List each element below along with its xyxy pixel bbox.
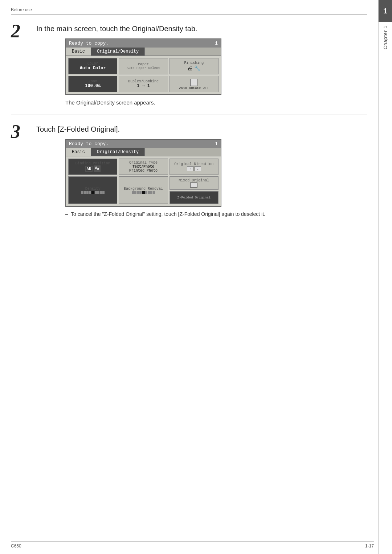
bds9	[153, 191, 155, 194]
binding-icons: AB AB	[85, 165, 101, 172]
footer-left: C650	[11, 543, 21, 549]
bg-density-bar	[132, 191, 155, 194]
btn-origdir-label: Original Direction	[174, 162, 213, 166]
ds9	[102, 191, 105, 194]
btn-zoom[interactable]: Zoom 100.0%	[68, 76, 117, 92]
btn-bgremoval-label: Background Removal	[124, 187, 163, 191]
screen1-grid: Color Auto Color Paper Auto Paper Select…	[68, 58, 219, 92]
step3-number: 3	[11, 122, 33, 141]
btn-binding-label: Binding Position	[75, 161, 110, 165]
step3-content: Touch [Z-Folded Original]. Ready to copy…	[36, 122, 367, 217]
step3-container: 3 Touch [Z-Folded Original]. Ready to co…	[11, 122, 367, 217]
screen2-body: Binding Position AB AB Original Type Tex…	[66, 156, 221, 206]
btn-origtype[interactable]: Original Type Text/Photo Printed Photo	[119, 159, 168, 175]
btn-paper-value: Auto Paper Select	[127, 66, 160, 70]
step2-number: 2	[11, 22, 33, 41]
btn-paper[interactable]: Paper Auto Paper Select	[119, 58, 168, 74]
step3-note: To cancel the "Z-Folded Original" settin…	[65, 211, 367, 217]
btn-autorotate-label: Auto Rotate OFF	[179, 86, 209, 90]
side-tab: 1 Chapter 1	[378, 0, 392, 554]
btn-duplex-value: 1 → 1	[137, 83, 150, 89]
origdir-icons: ↑ ↗	[187, 166, 201, 171]
ds1	[81, 191, 83, 194]
btn-zoom-value: 100.0%	[85, 83, 101, 89]
screen1-header: Ready to copy. 1	[66, 39, 221, 48]
ds4	[89, 191, 91, 194]
ds8	[100, 191, 102, 194]
bds5	[142, 191, 145, 194]
screen2-tabs: Basic Original/Density	[66, 148, 221, 156]
btn-mixedorig[interactable]: Mixed Original	[170, 176, 219, 190]
screen2-status: Ready to copy.	[69, 141, 109, 147]
finishing-icons: 🖨 🔧	[187, 65, 200, 72]
ab-icon: AB	[85, 166, 93, 172]
btn-paper-label: Paper	[138, 62, 149, 66]
screen1-status: Ready to copy.	[69, 41, 109, 46]
bds3	[137, 191, 139, 194]
btn-density-label: Density	[85, 187, 101, 191]
chapter-number-box: 1	[379, 0, 392, 22]
origdir-icon1: ↑	[187, 166, 193, 171]
footer-right: 1-17	[365, 543, 374, 549]
tab-original-1[interactable]: Original/Density	[91, 48, 145, 56]
btn-autorotate[interactable]: Auto Rotate OFF	[170, 76, 219, 92]
screen-mockup-1: Ready to copy. 1 Basic Original/Density …	[65, 38, 221, 95]
btn-origdir[interactable]: Original Direction ↑ ↗	[170, 159, 219, 175]
screen2-pagenum: 1	[215, 141, 218, 147]
ds2	[84, 191, 86, 194]
btn-origtype-value2: Printed Photo	[129, 169, 158, 173]
btn-zoom-label: Zoom	[89, 79, 97, 83]
btn-color-value: Auto Color	[80, 66, 106, 71]
density-bar	[81, 191, 105, 194]
btn-zfolded[interactable]: Z-Folded Original	[170, 191, 219, 204]
ab-icon-2: AB	[94, 165, 101, 172]
origdir-icon2: ↗	[195, 166, 201, 171]
finishing-icon2: 🔧	[194, 65, 200, 71]
bds4	[139, 191, 142, 194]
top-bar: Before use	[11, 7, 367, 15]
screen-mockup-2: Ready to copy. 1 Basic Original/Density …	[65, 139, 221, 207]
autorotate-icon	[190, 79, 197, 86]
main-content: Before use 2 In the main screen, touch t…	[0, 0, 378, 554]
btn-duplex-label: Duplex/Combine	[128, 79, 159, 83]
btn-origtype-label: Original Type	[129, 161, 158, 165]
bds6	[145, 191, 147, 194]
screen1-tabs: Basic Original/Density	[66, 48, 221, 56]
bds2	[134, 191, 136, 194]
screen1-pagenum: 1	[215, 41, 218, 46]
finishing-icon1: 🖨	[187, 65, 193, 72]
bds8	[150, 191, 152, 194]
ds7	[97, 191, 99, 194]
chapter-label: Chapter 1	[383, 25, 388, 49]
bds1	[132, 191, 134, 194]
screen1-body: Color Auto Color Paper Auto Paper Select…	[66, 56, 221, 94]
btn-mixedorig-label: Mixed Original	[179, 178, 209, 182]
screen2-grid: Binding Position AB AB Original Type Tex…	[68, 159, 219, 204]
btn-color[interactable]: Color Auto Color	[68, 58, 117, 74]
right-col: Mixed Original Z-Folded Original	[170, 176, 219, 204]
screen2-header: Ready to copy. 1	[66, 140, 221, 148]
btn-finishing-label: Finishing	[184, 61, 204, 65]
step2-title: In the main screen, touch the Original/D…	[36, 25, 367, 33]
btn-origtype-value1: Text/Photo	[132, 165, 154, 169]
btn-density[interactable]: Density	[68, 176, 117, 204]
top-bar-label: Before use	[11, 7, 32, 12]
step2-sub: The Original/Density screen appears.	[65, 99, 367, 106]
btn-zfolded-label: Z-Folded Original	[177, 196, 211, 200]
tab-basic-2[interactable]: Basic	[66, 148, 91, 156]
btn-binding[interactable]: Binding Position AB AB	[68, 159, 117, 175]
tab-original-2[interactable]: Original/Density	[91, 148, 145, 156]
tab-basic-1[interactable]: Basic	[66, 48, 91, 56]
btn-duplex[interactable]: Duplex/Combine 1 → 1	[119, 76, 168, 92]
btn-bgremoval[interactable]: Background Removal	[119, 176, 168, 204]
step3-title: Touch [Z-Folded Original].	[36, 125, 367, 134]
step2-content: In the main screen, touch the Original/D…	[36, 22, 367, 106]
ds6	[95, 191, 97, 194]
bds7	[148, 191, 150, 194]
btn-finishing[interactable]: Finishing 🖨 🔧	[170, 58, 219, 74]
step2-container: 2 In the main screen, touch the Original…	[11, 22, 367, 106]
chapter-number: 1	[383, 7, 387, 15]
ds5	[91, 191, 94, 194]
page-footer: C650 1-17	[11, 541, 374, 549]
mixedorig-icon	[190, 182, 197, 188]
